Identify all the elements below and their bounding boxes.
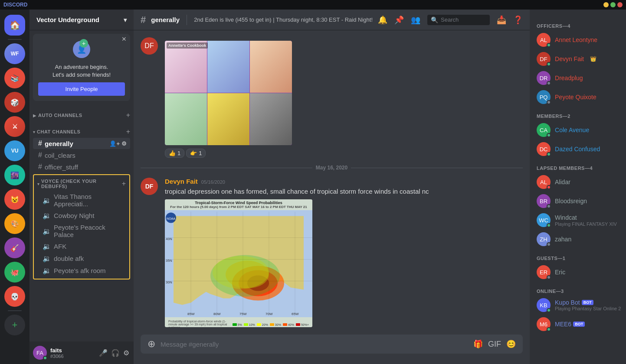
gift-icon[interactable]: 🎁 [473, 339, 483, 349]
add-content-button[interactable]: ⊕ [147, 338, 155, 350]
message-avatar-devyn[interactable]: DF [141, 178, 158, 195]
category-auto[interactable]: ▶ AUTO CHANNELS + [29, 104, 134, 121]
member-avatar-dazed: DC [537, 142, 551, 156]
anime-cell-6 [250, 93, 292, 145]
crown-icon-devyn: 👑 [590, 56, 597, 62]
member-name-zahan: zahan [555, 236, 571, 243]
members-category-lapsed: LAPSED MEMBERS—4 [533, 159, 626, 172]
search-input[interactable] [441, 16, 486, 23]
member-bloodsreign[interactable]: BR Bloodsreign [533, 192, 626, 211]
server-icon-s6[interactable]: 🌆 [4, 165, 25, 185]
channel-afk-room[interactable]: 🔉 Peyote's afk room [37, 265, 126, 276]
date-divider-may16: May 16, 2020 [141, 165, 523, 171]
inbox-icon[interactable]: 📥 [497, 15, 506, 25]
close-button[interactable] [617, 2, 623, 7]
channel-cowboy-night[interactable]: 🔉 Cowboy Night [37, 210, 126, 221]
headphone-icon[interactable]: 🎧 [110, 348, 121, 358]
add-server-button[interactable]: + [4, 315, 25, 335]
server-header[interactable]: Vector Underground ▾ [29, 10, 134, 30]
member-eric[interactable]: ER Eric [533, 263, 626, 282]
channel-officer-stuff[interactable]: # officer_stuff [33, 161, 130, 172]
server-icon-s5[interactable]: VU [4, 140, 25, 161]
add-channel-chat-button[interactable]: + [126, 128, 130, 136]
member-dreadplug[interactable]: DR Dreadplug [533, 68, 626, 88]
storm-map-footer: Probability of tropical-storm-force wind… [165, 317, 312, 327]
online-dot-kupo [547, 308, 551, 312]
server-icon-s11[interactable]: 💀 [4, 286, 25, 307]
channel-name-cowboy: Cowboy Night [54, 212, 94, 219]
server-icon-s8[interactable]: 🎨 [4, 213, 25, 234]
server-name: Vector Underground [36, 16, 99, 23]
reaction-thumbsup[interactable]: 👍 1 [165, 149, 184, 158]
member-dazed[interactable]: DC Dazed Confused [533, 140, 626, 159]
offline-dot-peyote [547, 100, 551, 104]
message-input[interactable] [161, 341, 468, 348]
member-zahan[interactable]: ZH zahan [533, 230, 626, 249]
add-channel-auto-button[interactable]: + [126, 111, 130, 119]
member-kupo[interactable]: KB Kupo Bot BOT Playing Phantasy Star On… [533, 296, 626, 315]
bot-badge-kupo: BOT [582, 300, 593, 305]
divider-line-left [141, 168, 312, 168]
member-devyn[interactable]: DF Devyn Fait 👑 [533, 49, 626, 68]
server-icon-s1[interactable]: WF [4, 43, 25, 64]
members-category-officers: OFFICERS—4 [533, 16, 626, 30]
microphone-icon[interactable]: 🎤 [98, 348, 108, 358]
server-icon-s4[interactable]: ⚔ [4, 116, 25, 137]
server-icon-s10[interactable]: 🐙 [4, 262, 25, 283]
server-icon-s9[interactable]: 🎸 [4, 237, 25, 258]
member-cole[interactable]: CA Cole Avenue [533, 120, 626, 140]
collapse-chat-icon: ▾ [33, 130, 35, 134]
image-container-anime: Annette's Cookbook [165, 41, 523, 145]
add-member-icon[interactable]: 👤+ [109, 140, 120, 147]
server-icon-s2[interactable]: 📚 [4, 68, 25, 88]
member-annet[interactable]: AL Annet Leontyne [533, 30, 626, 49]
member-peyote[interactable]: PQ Peyote Quixote [533, 88, 626, 107]
emoji-icon[interactable]: 😊 [506, 339, 516, 349]
channel-sidebar: Vector Underground ▾ ✕ + 👤 An adventure … [29, 10, 134, 364]
channel-vitas[interactable]: 🔉 Vitas Thanos Appreciati... [37, 191, 126, 209]
help-icon[interactable]: ❓ [513, 15, 523, 25]
settings-icon[interactable]: ⚙ [121, 140, 127, 147]
hash-icon: # [38, 140, 42, 147]
channel-double-afk[interactable]: 🔉 double afk [37, 253, 126, 264]
user-controls: 🎤 🎧 ⚙ [98, 348, 130, 358]
storm-map-title: Tropical-Storm-Force Wind Speed Probabil… [165, 199, 312, 210]
category-chat[interactable]: ▾ CHAT CHANNELS + [29, 121, 134, 137]
add-channel-voyce-button[interactable]: + [122, 180, 126, 188]
svg-text:NOAA: NOAA [167, 217, 175, 220]
channel-peacock[interactable]: 🔉 Peyote's Peacock Palace [37, 222, 126, 240]
invite-people-button[interactable]: Invite People [38, 82, 125, 96]
search-bar[interactable]: 🔍 [427, 15, 490, 25]
server-icon-s3[interactable]: 🎲 [4, 92, 25, 113]
member-mee6[interactable]: M6 MEE6 BOT [533, 315, 626, 334]
gif-icon[interactable]: GIF [488, 340, 501, 349]
message-author-devyn: Devyn Fait [165, 178, 198, 185]
maximize-button[interactable] [610, 2, 616, 7]
channel-afk[interactable]: 🔉 AFK [37, 240, 126, 252]
svg-text:80W: 80W [213, 312, 221, 316]
server-icon-s7[interactable]: 😺 [4, 189, 25, 210]
messages-area[interactable]: DF Annette's Cookbook [134, 30, 530, 335]
channel-coil-clears[interactable]: # coil_clears [33, 150, 130, 161]
mee6-info: MEE6 BOT [555, 321, 585, 328]
member-windcat[interactable]: WC Windcat Playing FINAL FANTASY XIV [533, 211, 626, 230]
category-voyce[interactable]: ▾ VOYCE (CHECK YOUR DEBUFFS) + [34, 177, 129, 191]
storm-map-svg: 30N 35N 40N 85W 80W 75W 70W 65W [165, 210, 312, 317]
member-alidar[interactable]: AL Alidar [533, 172, 626, 192]
member-name-peyote: Peyote Quixote [555, 94, 597, 101]
server-divider [8, 39, 22, 40]
reactions: 👍 1 👉 1 [165, 149, 523, 158]
member-name-dazed: Dazed Confused [555, 146, 600, 153]
channel-actions-generally: 👤+ ⚙ [109, 140, 127, 147]
reaction-point[interactable]: 👉 1 [186, 149, 206, 158]
member-avatar-kupo: KB [537, 298, 551, 312]
channel-generally[interactable]: # generally 👤+ ⚙ [33, 138, 130, 149]
settings-icon[interactable]: ⚙ [122, 348, 130, 358]
pin-icon[interactable]: 📌 [394, 15, 404, 25]
minimize-button[interactable] [603, 2, 609, 7]
members-icon[interactable]: 👥 [411, 15, 420, 25]
members-category-online: ONLINE—3 [533, 282, 626, 296]
member-avatar-dreadplug: DR [537, 71, 551, 85]
server-icon-home[interactable]: 🏠 [4, 15, 25, 36]
bell-icon[interactable]: 🔔 [378, 15, 387, 25]
